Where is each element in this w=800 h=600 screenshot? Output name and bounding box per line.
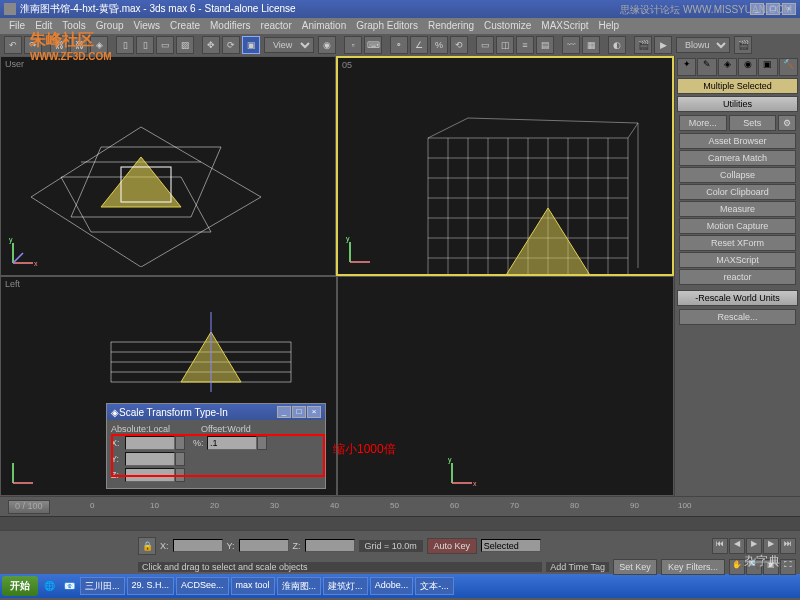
more-button[interactable]: More...: [679, 115, 727, 131]
goto-start-icon[interactable]: ⏮: [712, 538, 728, 554]
rescale-button[interactable]: Rescale...: [679, 309, 796, 325]
keyfilters-button[interactable]: Key Filters...: [661, 559, 725, 575]
x-coord-input[interactable]: [173, 539, 223, 552]
rotate-icon[interactable]: ⟳: [222, 36, 240, 54]
task-item[interactable]: 29. S.H...: [127, 577, 175, 595]
quick-render-icon[interactable]: ▶: [654, 36, 672, 54]
menu-modifiers[interactable]: Modifiers: [205, 18, 256, 34]
prev-frame-icon[interactable]: ◀: [729, 538, 745, 554]
util-color-clipboard[interactable]: Color Clipboard: [679, 184, 796, 200]
start-button[interactable]: 开始: [2, 576, 38, 596]
util-collapse[interactable]: Collapse: [679, 167, 796, 183]
cp-tab-utilities[interactable]: 🔨: [779, 58, 798, 76]
reference-coord-dropdown[interactable]: View: [264, 37, 314, 53]
keyboard-icon[interactable]: ⌨: [364, 36, 382, 54]
angle-snap-icon[interactable]: ∠: [410, 36, 428, 54]
window-title: 淮南图书馆-4-hxt-黄昏.max - 3ds max 6 - Stand-a…: [20, 2, 296, 16]
scale-icon[interactable]: ▣: [242, 36, 260, 54]
select-manip-icon[interactable]: ▫: [344, 36, 362, 54]
select-region-icon[interactable]: ▭: [156, 36, 174, 54]
task-item[interactable]: 三川田...: [80, 577, 125, 595]
maximize-vp-icon[interactable]: ⛶: [780, 559, 796, 575]
menu-views[interactable]: Views: [129, 18, 166, 34]
cp-section-rescale[interactable]: -Rescale World Units: [677, 290, 798, 306]
task-item[interactable]: ACDSee...: [176, 577, 229, 595]
y-coord-input[interactable]: [239, 539, 289, 552]
windows-taskbar: 开始 🌐 📧 三川田... 29. S.H... ACDSee... max t…: [0, 574, 800, 598]
cp-section-utilities[interactable]: Utilities: [677, 96, 798, 112]
select-icon[interactable]: ▯: [116, 36, 134, 54]
cp-tab-modify[interactable]: ✎: [697, 58, 716, 76]
task-item[interactable]: max tool: [231, 577, 275, 595]
align-icon[interactable]: ≡: [516, 36, 534, 54]
util-maxscript[interactable]: MAXScript: [679, 252, 796, 268]
named-sel-icon[interactable]: ▭: [476, 36, 494, 54]
goto-end-icon[interactable]: ⏭: [780, 538, 796, 554]
lock-icon[interactable]: 🔒: [138, 537, 156, 555]
render-last-icon[interactable]: 🎬: [734, 36, 752, 54]
spinner-snap-icon[interactable]: ⟲: [450, 36, 468, 54]
render-scene-icon[interactable]: 🎬: [634, 36, 652, 54]
play-icon[interactable]: ▶: [746, 538, 762, 554]
layers-icon[interactable]: ▤: [536, 36, 554, 54]
render-type-dropdown[interactable]: Blowup: [676, 37, 730, 53]
menu-rendering[interactable]: Rendering: [423, 18, 479, 34]
time-slider-handle[interactable]: 0 / 100: [8, 500, 50, 514]
timeline-ruler: 0 10 20 30 40 50 60 70 80 90 100: [90, 501, 690, 513]
cp-tab-motion[interactable]: ◉: [738, 58, 757, 76]
config-icon[interactable]: ⚙: [778, 115, 796, 131]
dialog-maximize[interactable]: □: [292, 406, 306, 418]
quicklaunch-icon[interactable]: 📧: [60, 577, 78, 595]
menu-reactor[interactable]: reactor: [256, 18, 297, 34]
menu-file[interactable]: File: [4, 18, 30, 34]
task-item[interactable]: Adobe...: [370, 577, 414, 595]
menu-customize[interactable]: Customize: [479, 18, 536, 34]
task-item[interactable]: 文本-...: [415, 577, 454, 595]
viewport-br[interactable]: yx: [337, 276, 674, 496]
pan-icon[interactable]: ✋: [729, 559, 745, 575]
snap-icon[interactable]: ⚬: [390, 36, 408, 54]
move-icon[interactable]: ✥: [202, 36, 220, 54]
next-frame-icon[interactable]: ▶: [763, 538, 779, 554]
window-crossing-icon[interactable]: ▨: [176, 36, 194, 54]
autokey-button[interactable]: Auto Key: [427, 538, 477, 554]
time-slider-bar[interactable]: 0 / 100 0 10 20 30 40 50 60 70 80 90 100: [0, 496, 800, 516]
key-mode-dropdown[interactable]: [481, 539, 541, 552]
sets-button[interactable]: Sets: [729, 115, 777, 131]
svg-line-9: [191, 147, 221, 217]
add-time-tag[interactable]: Add Time Tag: [546, 562, 609, 572]
curve-editor-icon[interactable]: 〰: [562, 36, 580, 54]
util-asset-browser[interactable]: Asset Browser: [679, 133, 796, 149]
menu-animation[interactable]: Animation: [297, 18, 351, 34]
undo-icon[interactable]: ↶: [4, 36, 22, 54]
watermark-logo: 朱峰社区 WWW.ZF3D.COM: [30, 30, 112, 62]
menu-maxscript[interactable]: MAXScript: [536, 18, 593, 34]
util-motion-capture[interactable]: Motion Capture: [679, 218, 796, 234]
cp-tab-display[interactable]: ▣: [758, 58, 777, 76]
dialog-close[interactable]: ×: [307, 406, 321, 418]
material-icon[interactable]: ◐: [608, 36, 626, 54]
dialog-minimize[interactable]: _: [277, 406, 291, 418]
cp-tab-create[interactable]: ✦: [677, 58, 696, 76]
util-camera-match[interactable]: Camera Match: [679, 150, 796, 166]
cp-tab-hierarchy[interactable]: ◈: [718, 58, 737, 76]
pivot-icon[interactable]: ◉: [318, 36, 336, 54]
menu-grapheditors[interactable]: Graph Editors: [351, 18, 423, 34]
schematic-icon[interactable]: ▦: [582, 36, 600, 54]
percent-snap-icon[interactable]: %: [430, 36, 448, 54]
select-name-icon[interactable]: ▯: [136, 36, 154, 54]
setkey-button[interactable]: Set Key: [613, 559, 657, 575]
util-measure[interactable]: Measure: [679, 201, 796, 217]
quicklaunch-icon[interactable]: 🌐: [40, 577, 58, 595]
util-reactor[interactable]: reactor: [679, 269, 796, 285]
mirror-icon[interactable]: ◫: [496, 36, 514, 54]
track-bar[interactable]: [0, 516, 800, 530]
viewport-user[interactable]: User yx: [0, 56, 336, 276]
z-coord-input[interactable]: [305, 539, 355, 552]
menu-create[interactable]: Create: [165, 18, 205, 34]
util-reset-xform[interactable]: Reset XForm: [679, 235, 796, 251]
viewport-perspective[interactable]: 05: [336, 56, 674, 276]
menu-help[interactable]: Help: [594, 18, 625, 34]
task-item[interactable]: 淮南图...: [277, 577, 322, 595]
task-item[interactable]: 建筑灯...: [323, 577, 368, 595]
